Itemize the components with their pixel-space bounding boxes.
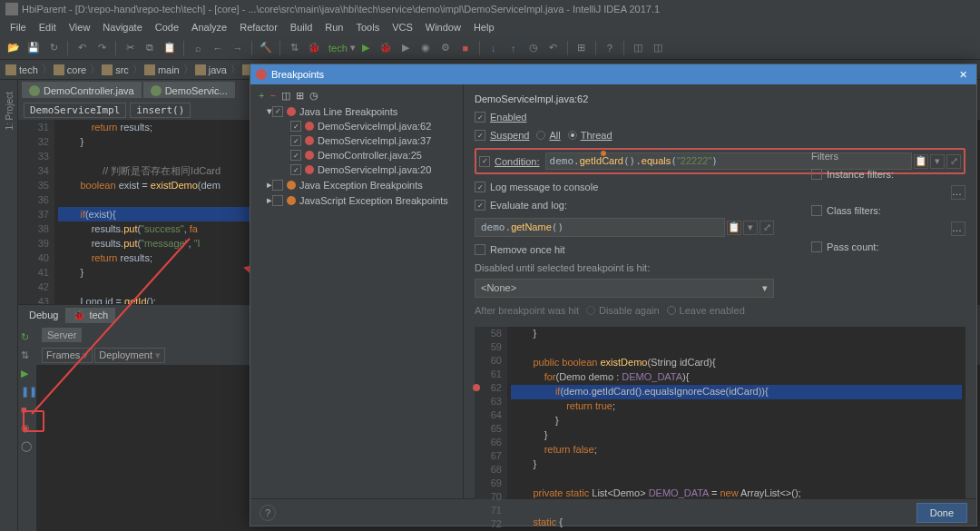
remove-bp-icon[interactable]: −: [270, 90, 275, 102]
thread-radio[interactable]: [568, 131, 577, 140]
coverage-icon[interactable]: ▶: [397, 40, 414, 56]
tree-icon1[interactable]: ◫: [281, 90, 290, 102]
redo-icon[interactable]: ↷: [93, 40, 110, 56]
tree-icon3[interactable]: ◷: [309, 90, 318, 102]
search-icon[interactable]: ?: [602, 40, 618, 56]
crumb-class[interactable]: DemoServiceImpl: [24, 103, 126, 118]
done-button[interactable]: Done: [916, 503, 967, 523]
eval-checkbox[interactable]: [475, 200, 485, 211]
menu-code[interactable]: Code: [149, 20, 185, 34]
menu-window[interactable]: Window: [419, 20, 467, 34]
close-icon[interactable]: ✕: [956, 69, 971, 81]
server-tab[interactable]: Server: [42, 328, 82, 342]
inst-filter-btn[interactable]: …: [951, 185, 965, 200]
history-icon[interactable]: ◷: [525, 40, 542, 56]
debug-icon[interactable]: 🐞: [377, 40, 394, 56]
tab-demoservice[interactable]: DemoServic...: [143, 82, 235, 98]
stop-icon[interactable]: ■: [457, 40, 474, 56]
tree-bp-37[interactable]: DemoServiceImpl.java:37: [254, 133, 459, 148]
eval-expand-icon[interactable]: ⤢: [760, 221, 774, 235]
leave-enabled-radio[interactable]: [667, 306, 676, 315]
condition-checkbox[interactable]: [479, 156, 490, 167]
project-tab[interactable]: 1: Project: [5, 113, 15, 131]
log-checkbox[interactable]: [475, 182, 485, 192]
forward-icon[interactable]: →: [230, 40, 246, 56]
preview-code[interactable]: } public boolean existDemo(String idCard…: [507, 327, 965, 499]
menu-file[interactable]: File: [4, 20, 33, 34]
menu-analyze[interactable]: Analyze: [185, 20, 233, 34]
tree-icon2[interactable]: ⊞: [296, 90, 304, 102]
config-icon[interactable]: ⇅: [286, 40, 302, 56]
bc-core[interactable]: core: [54, 64, 86, 75]
tree-java-exc[interactable]: ▸ Java Exception Breakpoints: [254, 177, 459, 192]
enabled-checkbox[interactable]: [475, 112, 485, 123]
eval-icon1[interactable]: 📋: [727, 221, 741, 235]
inst-filter-checkbox[interactable]: [811, 169, 822, 180]
update-icon[interactable]: ⇅: [21, 349, 34, 362]
paste-icon[interactable]: 📋: [162, 40, 178, 56]
cls-filter-btn[interactable]: …: [951, 221, 965, 236]
disable-again-radio[interactable]: [586, 306, 595, 315]
titlebar: HbiParent - [D:\repo-hand\repo-tech\tech…: [0, 0, 980, 18]
revert-icon[interactable]: ↶: [545, 40, 562, 56]
save-icon[interactable]: 💾: [25, 40, 42, 56]
jrebel-icon[interactable]: ◫: [630, 40, 646, 56]
tree-bp-25[interactable]: DemoController.java:25: [254, 148, 459, 162]
suspend-checkbox[interactable]: [475, 130, 485, 141]
bc-java[interactable]: java: [195, 64, 227, 75]
help-icon[interactable]: ?: [260, 505, 276, 521]
disabled-until-select[interactable]: <None>▾: [475, 279, 774, 298]
attach-icon[interactable]: ⚙: [437, 40, 454, 56]
run-icon[interactable]: ▶: [358, 40, 374, 56]
bc-main[interactable]: main: [144, 64, 180, 75]
all-radio[interactable]: [536, 131, 545, 140]
menu-help[interactable]: Help: [467, 20, 501, 34]
menu-navigate[interactable]: Navigate: [96, 20, 148, 34]
back-icon[interactable]: ←: [210, 40, 226, 56]
tree-bp-20[interactable]: DemoServiceImpl.java:20: [254, 162, 459, 177]
debug-tab[interactable]: Debug: [22, 308, 65, 322]
frames-label[interactable]: Frames ▾: [42, 348, 93, 363]
deployment-label[interactable]: Deployment ▾: [94, 348, 165, 363]
find-icon[interactable]: ⌕: [190, 40, 206, 56]
remove-checkbox[interactable]: [475, 244, 485, 255]
tree-js-exc[interactable]: ▸ JavaScript Exception Breakpoints: [254, 192, 459, 208]
dialog-titlebar[interactable]: Breakpoints ✕: [250, 64, 976, 84]
sync-icon[interactable]: ↻: [45, 40, 62, 56]
cls-filter-checkbox[interactable]: [811, 205, 822, 216]
eval-icon2[interactable]: ▾: [743, 221, 758, 235]
pass-count-checkbox[interactable]: [811, 241, 822, 252]
tree-java-line[interactable]: ▾ Java Line Breakpoints: [254, 103, 459, 119]
bc-src[interactable]: src: [102, 64, 129, 75]
pause-icon[interactable]: ❚❚: [21, 386, 34, 398]
run-config[interactable]: tech: [326, 43, 350, 54]
build-icon[interactable]: 🔨: [258, 40, 274, 56]
bug-icon[interactable]: 🐞: [306, 40, 322, 56]
menu-vcs[interactable]: VCS: [386, 20, 419, 34]
eval-input[interactable]: demo.getName(): [475, 218, 725, 237]
undo-icon[interactable]: ↶: [74, 40, 90, 56]
profile-icon[interactable]: ◉: [417, 40, 434, 56]
menu-view[interactable]: View: [63, 20, 97, 34]
vcs-update-icon[interactable]: ↓: [485, 40, 502, 56]
menu-build[interactable]: Build: [284, 20, 318, 34]
open-icon[interactable]: 📂: [5, 40, 22, 56]
mute-icon[interactable]: ◯: [21, 440, 34, 453]
structure-icon[interactable]: ⊞: [573, 40, 590, 56]
vcs-commit-icon[interactable]: ↑: [505, 40, 522, 56]
menu-tools[interactable]: Tools: [349, 20, 386, 34]
tab-democontroller[interactable]: DemoController.java: [22, 82, 142, 98]
menu-edit[interactable]: Edit: [33, 20, 63, 34]
copy-icon[interactable]: ⧉: [142, 40, 158, 56]
crumb-method[interactable]: insert(): [130, 103, 191, 118]
menu-refactor[interactable]: Refactor: [233, 20, 284, 34]
tech-debug-tab[interactable]: 🐞tech: [65, 308, 115, 323]
menu-run[interactable]: Run: [318, 20, 349, 34]
resume-icon[interactable]: ▶: [21, 368, 34, 380]
cut-icon[interactable]: ✂: [122, 40, 138, 56]
jrebel2-icon[interactable]: ◫: [650, 40, 666, 56]
add-bp-icon[interactable]: +: [259, 90, 264, 102]
tree-bp-62[interactable]: DemoServiceImpl.java:62: [254, 119, 459, 133]
bc-tech[interactable]: tech: [5, 64, 38, 75]
rerun-icon[interactable]: ↻: [21, 331, 34, 344]
